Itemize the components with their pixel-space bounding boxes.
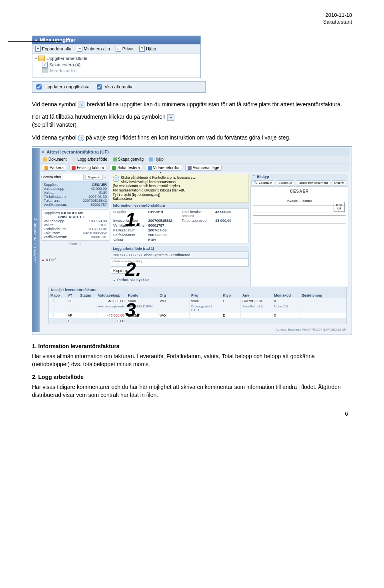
kv-value: STOCKHOLMS UNIVERSITET I [58,211,107,219]
annotation-3: 3. [125,303,141,318]
asc-button[interactable]: Stigande [85,175,103,180]
table-row[interactable]: 📄 AP -43 000,00 2583 VAX E 0 [49,313,346,318]
collapse-chevron-icon[interactable]: « [35,38,37,42]
zoom-out-button[interactable]: Zooma ut [276,180,294,185]
tree-item-attest[interactable]: ✓ Sakattestera (4) [35,62,198,68]
collapse-inline-icon: « [78,102,85,108]
help-icon: ? [139,46,145,52]
kv-label: To be approved [182,219,213,223]
kv-label: Valutabelopp: [44,219,65,223]
kv-value: 43 000,00 [215,219,246,223]
expand-right-icon[interactable]: » [42,150,44,154]
kv-label: Supplier: [44,183,58,187]
folder-gray-icon [42,68,48,73]
refresh-checkbox[interactable]: Uppdatera uppgiftslista [35,83,90,91]
info-inline-icon: i [78,135,84,141]
p2-b: (Se pil till vänster) [32,122,76,128]
help-button[interactable]: ? Hjälp [138,46,157,52]
header-date: 2010-11-18 [32,12,352,19]
document-icon [43,157,47,161]
park-button[interactable]: Parkera [42,165,66,171]
document-preview[interactable]: CESAER KTHUF Invoice - Facture [250,186,348,288]
tree-root-label: Uppgifter arbetsflöde [46,56,87,61]
top-toolbar: Dokument Logg arbetsflöde Skapa genväg H… [40,155,350,163]
table-row[interactable]: 📄 GL 43 000,00 5000 VAX 9980 E SARABOLM … [49,298,346,304]
app-title: » Attest leverantörsfaktura (UF) [40,148,350,155]
document-button[interactable]: Dokument [42,157,68,162]
doc-table-1 [253,205,346,213]
collapse-left-icon[interactable]: « [104,175,106,179]
kv-value: CESAER [92,183,107,187]
show-alt-input[interactable] [97,84,102,90]
status-bar: Agresso Business World TF1004 SARABOLM U… [276,328,346,331]
tree-item-label: Meddelanden [50,68,77,73]
forward-button[interactable]: Vidarebefordra [146,165,182,171]
expand-all-label: Expandera alla [42,46,71,51]
forward-label: Vidarebefordra [153,165,180,170]
td: 0 [272,298,300,304]
check-green-icon [112,166,116,170]
shortcut-icon [113,157,117,161]
kv-value: 402310095852 [83,231,107,235]
check-icon: ✓ [42,62,48,68]
advanced-button[interactable]: Avancerat läge [185,165,222,171]
kv-label: Verifikationsnr: [44,235,67,239]
sort-field[interactable] [63,174,84,180]
kv-label: Valutabelopp: [44,187,65,191]
th: VT [66,293,78,298]
attest-label: Sakattestera [117,165,140,170]
table-row-sub: Ankomstregistrering LEV.SKULD EFH Dummyp… [49,304,346,313]
zoom-out-label: Zooma ut [278,181,292,185]
th: Anv [241,293,272,298]
log-button[interactable]: Logg arbetsflöde [71,157,109,162]
kv-value: EUR [148,238,180,242]
td: VAX [158,313,190,318]
download-button[interactable]: Ladda ner dokument [296,180,330,185]
kv-label: Valuta [113,238,146,242]
section-1-title: 1. Information leverantörsfaktura [32,343,352,349]
print-button[interactable]: Utskrift [332,180,347,185]
th: Valutabelopp [96,293,126,298]
kv-value: EUR [99,191,107,195]
tree-root[interactable]: − Uppgifter arbetsflöde [35,55,198,62]
collapse-icon: − [35,56,37,60]
private-button[interactable]: ⌂ Privat [114,46,135,52]
zoom-in-button[interactable]: 🔍Zooma in [251,180,274,185]
paragraph-3: Vid denna symbol i på varje steg i flöde… [32,134,352,142]
td: E [221,298,241,304]
attest-button[interactable]: Sakattestera [110,165,142,171]
sidebar-panel: « Mina uppgifter + Expandera alla − Mini… [32,36,201,78]
sidebar-toolbar: + Expandera alla − Minimera alla ⌂ Priva… [32,44,200,54]
th: Mapp [49,293,66,298]
refresh-input[interactable] [36,84,42,90]
invoice-card-2[interactable]: Supplier:STOCKHOLMS UNIVERSITET I Valuta… [41,209,109,241]
main-menu-tab[interactable]: AGRESSO Huvudmeny [32,148,40,332]
wrong-invoice-button[interactable]: Felaktig faktura [69,165,106,171]
td: -43 000,00 [96,313,126,318]
kv-value: 43 000,00 [215,210,246,218]
chevron-down-icon[interactable]: ⌄ [113,278,116,282]
shortcut-button[interactable]: Skapa genväg [112,157,145,162]
tree-item-messages[interactable]: Meddelanden [35,68,198,74]
doc-lines [253,226,346,246]
app-screenshot: AGRESSO Huvudmeny » Attest leverantörsfa… [32,146,352,335]
minimize-all-button[interactable]: − Minimera alla [76,46,111,52]
app-help-icon [149,157,153,161]
invoice-card-1[interactable]: Supplier:CESAER Valutabelopp:43 000,00 V… [41,181,109,208]
doc-subtitle: Invoice - Facture [253,199,346,203]
print-label: Utskrift [334,181,344,185]
td: Σ [66,318,78,324]
app-help-button[interactable]: Hjälp [148,157,165,162]
paragraph-2: För att få tillbaka huvudmenyn klickar d… [32,113,352,129]
folder-icon [38,56,45,61]
td: SARABOLM [241,298,272,304]
kv-label: Verifikationsnr: [44,203,67,207]
show-alt-checkbox[interactable]: Visa alternativ [95,83,132,91]
annotation-2: 2. [125,262,141,277]
expand-all-button[interactable]: + Expandera alla [34,46,72,52]
sort-label: Sortera efter [41,175,61,179]
overdue-icon: ▲ [41,258,45,262]
action-toolbar: Parkera Felaktig faktura Sakattestera Vi… [40,163,350,172]
chevron-up-icon[interactable]: ⌃ [252,175,256,179]
zoom-in-label: Zooma in [259,181,272,185]
